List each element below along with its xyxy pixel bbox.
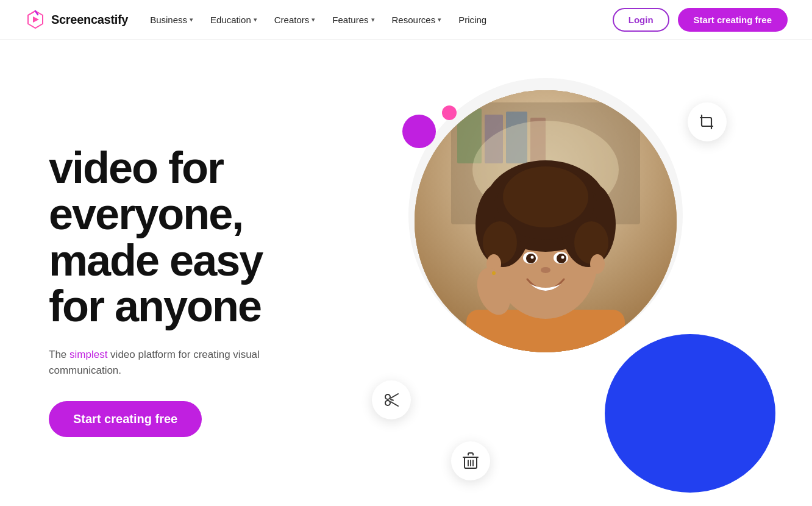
nav-links: Business ▾ Education ▾ Creators ▾ Featur… xyxy=(150,15,486,25)
hero-cta-button[interactable]: Start creating free xyxy=(49,401,202,437)
svg-point-27 xyxy=(541,267,550,273)
login-button[interactable]: Login xyxy=(613,8,669,32)
trash-tool-icon xyxy=(451,441,490,480)
navbar-right: Login Start creating free xyxy=(613,8,788,32)
portrait-circle xyxy=(415,90,677,352)
svg-point-33 xyxy=(385,401,390,405)
scissors-tool-icon xyxy=(372,380,411,419)
hero-section: video for everyone, made easy for anyone… xyxy=(0,40,812,506)
nav-item-creators[interactable]: Creators ▾ xyxy=(274,15,316,25)
hero-subtext: The simplest video platform for creating… xyxy=(49,347,280,379)
chevron-down-icon: ▾ xyxy=(254,16,257,24)
svg-line-36 xyxy=(391,399,393,400)
svg-point-19 xyxy=(574,221,608,264)
svg-point-23 xyxy=(526,254,536,263)
logo-icon xyxy=(24,9,46,30)
navbar: Screencastify Business ▾ Education ▾ Cre… xyxy=(0,0,812,40)
nav-item-pricing[interactable]: Pricing xyxy=(458,15,486,25)
navbar-left: Screencastify Business ▾ Education ▾ Cre… xyxy=(24,9,486,30)
chevron-down-icon: ▾ xyxy=(371,16,375,24)
svg-point-29 xyxy=(590,254,605,274)
chevron-down-icon: ▾ xyxy=(190,16,193,24)
nav-cta-button[interactable]: Start creating free xyxy=(678,8,788,32)
nav-item-business[interactable]: Business ▾ xyxy=(150,15,193,25)
svg-point-26 xyxy=(561,255,564,258)
logo[interactable]: Screencastify xyxy=(24,9,128,30)
nav-item-features[interactable]: Features ▾ xyxy=(332,15,374,25)
hero-headline: video for everyone, made easy for anyone xyxy=(49,145,354,329)
svg-line-34 xyxy=(391,394,398,398)
chevron-down-icon: ▾ xyxy=(438,16,441,24)
brand-name: Screencastify xyxy=(51,13,128,27)
svg-point-31 xyxy=(492,271,496,275)
svg-point-32 xyxy=(385,394,390,399)
crop-tool-icon xyxy=(688,102,727,141)
svg-point-25 xyxy=(531,255,534,258)
svg-point-24 xyxy=(557,254,566,263)
svg-point-18 xyxy=(483,221,517,264)
hero-text: video for everyone, made easy for anyone… xyxy=(49,145,354,437)
svg-line-35 xyxy=(391,402,398,406)
nav-item-resources[interactable]: Resources ▾ xyxy=(392,15,442,25)
hero-visual xyxy=(354,78,763,505)
person-illustration xyxy=(415,90,677,352)
svg-point-20 xyxy=(503,166,588,227)
nav-item-education[interactable]: Education ▾ xyxy=(210,15,257,25)
blue-blob-decoration xyxy=(605,334,775,493)
chevron-down-icon: ▾ xyxy=(312,16,315,24)
